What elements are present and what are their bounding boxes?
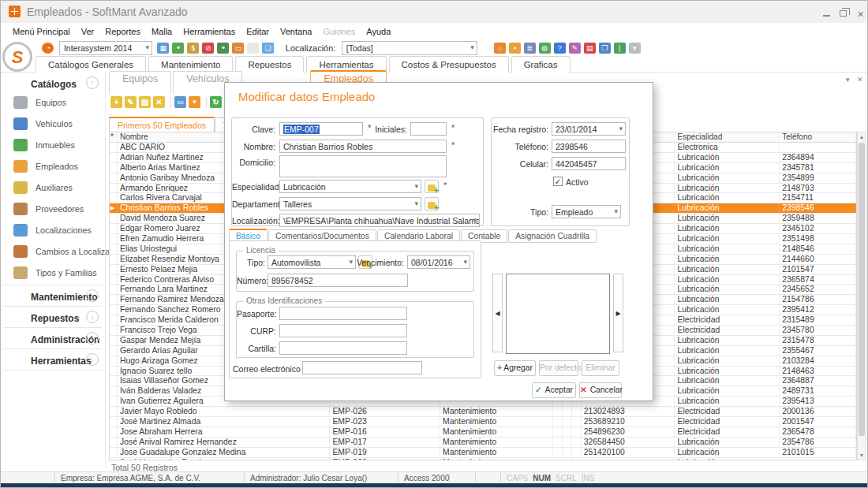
celular-input[interactable]: 442045457 bbox=[552, 157, 626, 170]
pasaporte-input[interactable] bbox=[279, 307, 407, 320]
menu-item-ayuda[interactable]: Ayuda bbox=[361, 23, 396, 36]
table-row[interactable]: José Hernandez DamianEMP-020Mantenimient… bbox=[110, 458, 856, 460]
collapse-down-icon[interactable]: ↓ bbox=[86, 311, 99, 323]
image-icon[interactable]: ▦ bbox=[157, 43, 169, 54]
menu-item-ventana[interactable]: Ventana bbox=[275, 23, 317, 36]
package-icon[interactable]: ▪ bbox=[509, 43, 521, 54]
add-record-icon[interactable]: + bbox=[110, 96, 122, 108]
clock-icon[interactable]: ◔ bbox=[42, 43, 54, 54]
help-icon[interactable]: ? bbox=[554, 43, 566, 54]
tabstrip-dropdown-icon[interactable]: ▾ bbox=[846, 76, 850, 84]
especialidad-combo[interactable]: Lubricación bbox=[279, 180, 421, 193]
scroll-down-icon[interactable]: ▼ bbox=[858, 453, 866, 458]
collapse-up-icon[interactable]: ↑ bbox=[86, 76, 99, 89]
data-record-icon[interactable]: ▤ bbox=[139, 96, 151, 108]
eliminar-photo-button[interactable]: Eliminar bbox=[582, 360, 619, 376]
localizacion-combo[interactable]: \EMPRESA\Planta chihuahua\Nave Industria… bbox=[279, 214, 480, 227]
domicilio-input[interactable] bbox=[279, 155, 447, 177]
sidebar-item-auxiliares[interactable]: Auxiliares bbox=[1, 178, 105, 199]
app-logo[interactable]: S bbox=[2, 42, 32, 72]
delete-record-icon[interactable]: ✕ bbox=[153, 96, 165, 108]
collapse-down-icon[interactable]: ↓ bbox=[86, 353, 99, 366]
table-row[interactable]: Jose Guadalupe Gonzalez MedinaEMP-019Man… bbox=[110, 448, 856, 458]
note-icon[interactable]: ▤ bbox=[584, 43, 596, 54]
nombre-input[interactable]: Christian Barrios Robles bbox=[279, 140, 447, 153]
cancelar-button[interactable]: ✕Cancelar bbox=[579, 382, 622, 398]
grid-header-Especialidad[interactable]: Especialidad bbox=[675, 132, 780, 142]
cartilla-input[interactable] bbox=[279, 341, 407, 355]
sidebar-section-catalogos[interactable]: Catálogos↑ bbox=[1, 73, 105, 93]
grid-tab-primeros[interactable]: Primeros 50 Empleados bbox=[109, 117, 215, 132]
sidebar-item-inmuebles[interactable]: Inmuebles bbox=[1, 136, 105, 157]
correo-input[interactable] bbox=[302, 361, 422, 374]
sidebar-section-repuestos[interactable]: Repuestos↓ bbox=[1, 307, 105, 327]
sidebar-item-empleados[interactable]: Empleados bbox=[1, 157, 105, 178]
scroll-up-icon[interactable]: ▲ bbox=[858, 134, 866, 140]
menu-item-reportes[interactable]: Reportes bbox=[99, 23, 146, 36]
sidebar-item-equipos[interactable]: Equipos bbox=[1, 93, 105, 114]
sidebar-section-herramientas[interactable]: Herramientas↓ bbox=[1, 349, 105, 370]
curp-input[interactable] bbox=[279, 324, 407, 337]
home-icon[interactable]: ⌂ bbox=[494, 43, 506, 54]
sidebar-section-administraci-n[interactable]: Administración↓ bbox=[1, 328, 105, 348]
sidebar-item-localizaciones[interactable]: Localizaciones bbox=[1, 221, 105, 242]
table-row[interactable]: José Martinez AlmadaEMP-023Mantenimiento… bbox=[110, 417, 856, 427]
localizacion-combo[interactable]: [Todas] bbox=[342, 41, 477, 55]
departamento-combo[interactable]: Talleres bbox=[279, 197, 421, 210]
sidebar-item-vehículos[interactable]: Vehículos bbox=[1, 114, 105, 136]
clave-input[interactable]: EMP-007 bbox=[279, 122, 363, 136]
close-button[interactable]: ✕ bbox=[857, 9, 864, 20]
globe-icon[interactable]: ◍ bbox=[539, 43, 551, 54]
table-row[interactable]: José Anival Ramirez HernandezEMP-017Mant… bbox=[110, 438, 856, 448]
refresh-icon[interactable]: ↻ bbox=[210, 96, 222, 108]
search-icon[interactable]: oo bbox=[174, 96, 186, 108]
fecha-registro-combo[interactable]: 23/01/2014 bbox=[552, 122, 626, 136]
grid-header-Teléfono[interactable]: Teléfono bbox=[780, 132, 856, 142]
vencimiento-combo[interactable]: 08/01/2016 bbox=[407, 255, 470, 269]
sidebar-section-mantenimiento[interactable]: Mantenimiento↓ bbox=[1, 285, 105, 306]
photo-next-button[interactable]: ▶ bbox=[613, 274, 623, 352]
minimize-button[interactable] bbox=[823, 15, 830, 17]
exit-icon[interactable]: ❘ bbox=[614, 43, 626, 54]
licencia-tipo-combo[interactable]: Automovilista bbox=[268, 255, 356, 269]
table-row[interactable]: Jose Abraham HerreraEMP-016Mantenimiento… bbox=[110, 427, 856, 438]
sidebar-item-tipos-y-familias[interactable]: Tipos y Familias bbox=[1, 263, 105, 285]
menu-item-malla[interactable]: Malla bbox=[146, 23, 178, 36]
collapse-down-icon[interactable]: ↓ bbox=[86, 289, 99, 302]
grid-header-*[interactable]: * bbox=[110, 132, 118, 142]
sidebar-item-cambios-a-localizaciones[interactable]: Cambios a Localizaciones bbox=[1, 242, 105, 263]
money-icon[interactable]: $ bbox=[187, 43, 199, 54]
monitor-icon[interactable]: ▭ bbox=[232, 43, 244, 54]
menu-item-ver[interactable]: Ver bbox=[76, 23, 100, 36]
menu-item-herramientas[interactable]: Herramientas bbox=[178, 23, 241, 36]
menu-item-menú-principal[interactable]: Menú Principal bbox=[7, 23, 76, 36]
edit-record-icon[interactable]: ✎ bbox=[125, 96, 137, 108]
database-icon[interactable]: ≣ bbox=[524, 43, 536, 54]
block-icon[interactable]: ⊘ bbox=[202, 43, 214, 54]
grid-scrollbar[interactable]: ▲ ▼ bbox=[857, 132, 866, 460]
tipo-combo[interactable]: Empleado bbox=[552, 205, 621, 218]
numero-input[interactable]: 895678452 bbox=[268, 274, 408, 287]
table-row[interactable]: Javier Mayo RobledoEMP-026Mantenimiento2… bbox=[110, 407, 856, 417]
restore-button[interactable] bbox=[840, 10, 847, 17]
por-defecto-button[interactable]: Por defecto bbox=[539, 360, 578, 376]
sidebar-item-proveedores[interactable]: Proveedores bbox=[1, 199, 105, 221]
menu-item-editar[interactable]: Editar bbox=[241, 23, 275, 36]
group-icon[interactable]: ꔷ bbox=[217, 43, 229, 54]
iniciales-input[interactable] bbox=[410, 122, 447, 136]
window-icon[interactable]: ❒ bbox=[599, 43, 611, 54]
aceptar-button[interactable]: ✓Aceptar bbox=[532, 382, 576, 398]
profile-combo[interactable]: Interasystem 2014 bbox=[59, 41, 152, 55]
agregar-photo-button[interactable]: + Agregar bbox=[494, 360, 536, 376]
checkbox-icon[interactable] bbox=[247, 43, 259, 54]
scrollbar-thumb[interactable] bbox=[859, 143, 865, 436]
more-dropdown-icon[interactable]: ▾ bbox=[629, 43, 641, 54]
add-departamento-button[interactable] bbox=[425, 197, 439, 210]
activo-checkbox[interactable]: ✓ bbox=[553, 177, 563, 186]
doc-tab-equipos[interactable]: Equipos bbox=[109, 71, 171, 94]
tabstrip-close-icon[interactable]: ✕ bbox=[857, 76, 863, 84]
tools-icon[interactable]: ✎ bbox=[569, 43, 581, 54]
collapse-down-icon[interactable]: ↓ bbox=[86, 332, 99, 345]
users-icon[interactable]: ꔷ bbox=[172, 43, 184, 54]
add-especialidad-button[interactable] bbox=[425, 180, 439, 193]
